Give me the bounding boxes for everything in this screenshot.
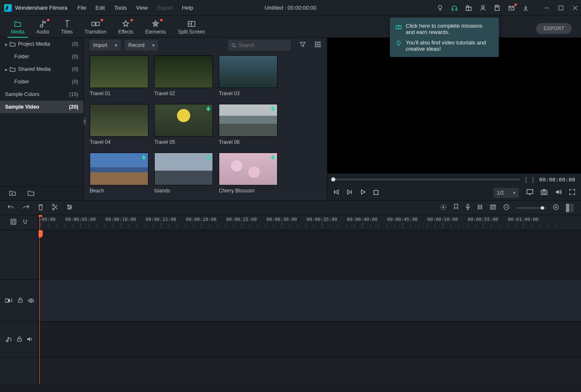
volume-icon[interactable] (555, 189, 562, 197)
timeline-options-icon[interactable] (10, 219, 16, 226)
undo-icon[interactable] (8, 204, 14, 212)
record-dropdown[interactable]: Record▾ (125, 40, 158, 51)
maximize-button[interactable] (558, 5, 564, 11)
playhead[interactable] (39, 215, 40, 384)
ruler-label: 00:00:10:00 (106, 217, 136, 222)
menu-help[interactable]: Help (178, 3, 197, 13)
display-icon[interactable] (527, 189, 533, 197)
gift-icon[interactable] (464, 4, 473, 12)
svg-point-32 (70, 206, 72, 208)
zoom-slider[interactable] (516, 207, 546, 209)
eye-icon[interactable] (28, 297, 34, 304)
folder-icon[interactable] (28, 190, 34, 197)
zoom-out-icon[interactable] (503, 204, 510, 212)
preview-quality-dropdown[interactable]: 1/2▾ (493, 188, 519, 198)
preview-canvas[interactable] (327, 38, 581, 174)
marker-icon[interactable] (454, 204, 459, 212)
download-icon[interactable] (521, 4, 530, 12)
timeline-track-video[interactable] (39, 280, 581, 322)
thumb-beach[interactable]: Beach (90, 153, 148, 194)
filter-icon[interactable] (299, 41, 306, 49)
menu-edit[interactable]: Edit (91, 3, 109, 13)
thumb-cherry-blossom[interactable]: Cherry Blossom (219, 153, 278, 194)
voiceover-icon[interactable] (465, 204, 470, 212)
step-forward-icon[interactable] (347, 189, 353, 197)
user-icon[interactable] (479, 4, 487, 12)
sidebar-item-sample-video[interactable]: Sample Video(20) (0, 101, 83, 113)
sidebar-collapse-handle[interactable] (83, 117, 86, 126)
ruler-label: 00:00:20:00 (186, 217, 217, 222)
svg-point-29 (52, 204, 54, 206)
svg-rect-23 (374, 190, 378, 195)
play-icon[interactable] (360, 189, 366, 197)
tab-split-screen[interactable]: Split Screen (172, 18, 211, 37)
sidebar-item-sample-colors[interactable]: Sample Colors(15) (0, 88, 83, 101)
mark-out-icon[interactable]: } (532, 176, 534, 183)
svg-point-31 (68, 205, 69, 206)
thumb-travel-05[interactable]: Travel 05 (154, 104, 213, 145)
thumb-travel-02[interactable]: Travel 02 (154, 55, 213, 96)
render-icon[interactable] (440, 204, 447, 212)
fullscreen-icon[interactable] (569, 189, 575, 197)
timeline-ruler[interactable]: 00:00:00:0000:00:05:0000:00:10:0000:00:1… (39, 215, 581, 230)
crop-icon[interactable] (490, 204, 496, 212)
new-folder-icon[interactable] (9, 190, 16, 197)
audio-mixer-icon[interactable] (477, 204, 483, 212)
grid-view-icon[interactable] (314, 41, 321, 49)
seek-bar[interactable] (333, 179, 520, 180)
close-button[interactable] (572, 5, 578, 11)
menu-tools[interactable]: Tools (110, 3, 131, 13)
svg-rect-5 (496, 5, 498, 7)
sidebar-item-project-media[interactable]: ▸Project Media(0) (0, 38, 83, 50)
thumb-travel-01[interactable]: Travel 01 (90, 55, 148, 96)
headphones-icon[interactable] (450, 4, 459, 12)
step-back-icon[interactable] (333, 189, 339, 197)
thumb-travel-06[interactable]: Travel 06 (219, 104, 278, 145)
timeline-track-empty[interactable] (39, 230, 581, 280)
lightbulb-icon[interactable] (436, 4, 444, 12)
import-dropdown[interactable]: Import▾ (90, 40, 121, 51)
magnet-icon[interactable] (22, 219, 28, 226)
svg-point-21 (317, 46, 319, 47)
search-input[interactable] (228, 40, 291, 51)
snapshot-icon[interactable] (541, 189, 547, 197)
split-icon[interactable] (52, 204, 58, 212)
minimize-button[interactable] (543, 5, 550, 11)
mail-icon[interactable] (507, 4, 516, 12)
tab-effects[interactable]: Effects (112, 18, 139, 37)
lock-icon[interactable] (18, 297, 23, 304)
save-icon[interactable] (493, 4, 501, 12)
sidebar-item-folder[interactable]: Folder(0) (0, 75, 83, 88)
timeline-view-toggle[interactable] (566, 204, 573, 212)
tab-titles[interactable]: Titles (55, 18, 78, 37)
mute-icon[interactable] (27, 336, 33, 343)
menu-view[interactable]: View (132, 3, 152, 13)
mark-in-icon[interactable]: { (525, 176, 527, 183)
thumb-travel-03[interactable]: Travel 03 (219, 55, 278, 96)
stop-icon[interactable] (374, 189, 379, 197)
svg-point-8 (40, 25, 43, 27)
zoom-in-icon[interactable] (552, 204, 559, 212)
sidebar-item-folder[interactable]: Folder(0) (0, 50, 83, 63)
svg-point-0 (438, 5, 442, 9)
redo-icon[interactable] (23, 204, 29, 212)
sidebar-item-shared-media[interactable]: ▸Shared Media(0) (0, 63, 83, 75)
timeline-track-audio[interactable] (39, 322, 581, 358)
export-button[interactable]: EXPORT (536, 23, 572, 34)
tab-elements[interactable]: Elements (139, 18, 172, 37)
lock-icon[interactable] (17, 336, 22, 343)
tab-audio[interactable]: Audio (31, 18, 55, 37)
timeline: 1 1 00:00:00:0000:00:05:0000:00:10:0000:… (0, 215, 581, 384)
svg-rect-9 (92, 22, 95, 26)
svg-rect-10 (96, 22, 99, 26)
menu-file[interactable]: File (73, 3, 91, 13)
timeline-toolbar (0, 200, 581, 215)
tab-transition[interactable]: Transition (79, 18, 112, 37)
delete-icon[interactable] (38, 204, 44, 212)
tab-media[interactable]: Media (5, 18, 31, 37)
svg-rect-45 (18, 339, 21, 341)
svg-point-26 (543, 191, 545, 194)
thumb-travel-04[interactable]: Travel 04 (90, 104, 148, 145)
thumb-islands[interactable]: Islands (154, 153, 213, 194)
adjust-icon[interactable] (66, 204, 73, 212)
